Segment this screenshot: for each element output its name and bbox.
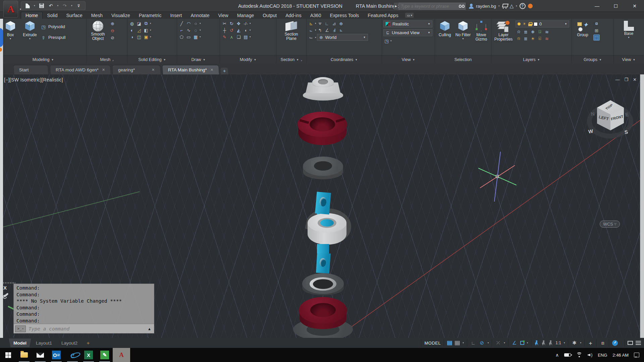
base-button[interactable]: Base▼ [620,20,638,39]
move-gizmo-button[interactable]: MoveGizmo [473,20,490,42]
ucs-zaxis-icon[interactable]: ∠ [324,27,330,33]
polar-dropdown-icon[interactable]: ▾ [488,342,489,344]
annotation-scale-icon[interactable] [548,340,553,346]
file-tab-gearing[interactable]: gearing*✕ [112,65,161,74]
solid-slice-icon[interactable]: ◪ [136,20,142,26]
layer-combo[interactable]: ☀ 0 ▼ [516,20,569,27]
clock[interactable]: 2:46 AM [612,353,629,358]
draw-spline-icon[interactable]: ∿ [185,27,192,33]
draw-polygon-icon[interactable]: ⬠ [178,34,185,40]
panel-label-coordinates[interactable]: Coordinates▼ [307,55,382,64]
file-tab-rta-main-bushing[interactable]: RTA Main Bushing*✕ [162,65,219,74]
view-appearance-icon[interactable]: ◳ [383,38,390,44]
command-prompt-icon[interactable]: >_ ▾ [15,325,26,332]
ribbon-tab-manage[interactable]: Manage [233,12,259,19]
tray-expand-icon[interactable]: ∧ [555,352,559,358]
a360-icon[interactable]: △ [510,3,514,9]
mesh-reduce-icon[interactable]: ⊖ [109,27,116,34]
mail-button[interactable] [32,348,48,362]
group-button[interactable]: ✦ Group [573,20,592,37]
panel-label-view-2[interactable]: View▼ [614,55,644,64]
graphics-performance-icon[interactable] [612,340,618,346]
ucs-previous-icon[interactable]: ∟ [324,20,330,26]
viewport-restore-icon[interactable]: ❐ [624,77,628,82]
customization-menu-icon[interactable] [636,341,641,345]
ribbon-tab-a360[interactable]: A360 [306,12,326,19]
ucs-named-icon[interactable]: ⦡ [317,20,323,26]
wifi-icon[interactable] [576,353,582,357]
draw-line-icon[interactable]: ╱ [178,20,185,26]
start-button[interactable] [0,348,16,362]
modify-align-icon[interactable]: ⋏ [228,34,235,40]
drawing-viewport[interactable]: [−][SW Isometric][Realistic] — ❐ ✕ [0,74,644,338]
ribbon-tab-annotate[interactable]: Annotate [186,12,214,19]
user-dropdown-icon[interactable]: ▾ [498,5,500,7]
extrude-button[interactable]: ↑ Extrude▼ [21,20,39,40]
undo-button[interactable]: ↶ [48,3,54,8]
ribbon-tab-solid[interactable]: Solid [43,12,62,19]
ribbon-tab-mesh[interactable]: Mesh [87,12,107,19]
ucs-3point-icon[interactable]: ⦜ [338,27,344,33]
viewport-minimize-icon[interactable]: — [615,77,620,82]
workspace-switching-icon[interactable]: ✱ [571,340,577,346]
grid-display-icon[interactable] [447,341,452,345]
new-file-button[interactable] [24,3,31,8]
panel-label-draw[interactable]: Draw▼ [177,55,220,64]
username[interactable]: rayden.bg [476,4,496,9]
tab-close-icon[interactable]: ✕ [102,68,105,72]
ucs-world-icon[interactable]: ⊕ [338,20,344,26]
ribbon-tab-visualize[interactable]: Visualize [107,12,135,19]
ucs-origin-icon[interactable]: ⌙ [308,35,314,41]
model-maroon-ring-top[interactable] [298,112,347,147]
layer-match-icon[interactable]: ≣ [523,29,529,35]
panel-label-solid-editing[interactable]: Solid Editing▼ [127,55,177,64]
layer-lock-icon[interactable]: ⍈ [537,29,543,35]
object-snap-tracking-icon[interactable]: ∠ [512,340,518,346]
ucs-x-icon[interactable]: ⨽ [308,27,314,33]
solid-separate-icon[interactable]: ◫ [136,34,142,40]
polar-tracking-icon[interactable]: ⊘ [479,340,485,346]
group-selection-toggle-icon[interactable]: ⬚ [593,35,600,41]
model-gray-washer[interactable] [303,157,343,186]
maximize-button[interactable]: ☐ [606,0,625,12]
modify-mirror-icon[interactable]: ◭ [235,27,242,33]
excel-button[interactable]: X [80,348,97,362]
a360-dropdown-icon[interactable]: ▾ [516,5,517,7]
outlook-button[interactable]: O☑ [48,348,64,362]
minimize-button[interactable]: — [588,0,606,12]
search-expand-icon[interactable]: ▶ [394,3,398,10]
modify-3dmove-icon[interactable]: ✥ [235,20,242,26]
panel-label-layers[interactable]: Layers▼ [491,55,572,64]
solid-subtract-icon[interactable]: ◐ [129,27,135,33]
ucs-undo-icon[interactable]: ↰ [317,27,323,33]
modify-erase-icon[interactable]: ✎ [221,34,228,40]
visual-style-combo[interactable]: Realistic ▼ [383,20,432,27]
panel-label-mesh[interactable]: Mesh⌟ [87,55,127,64]
ribbon-tab-parametric[interactable]: Parametric [135,12,166,19]
layer-freeze-icon[interactable]: ❄ [530,29,536,35]
viewport-controls-label[interactable]: [−][SW Isometric][Realistic] [4,77,63,82]
modify-trim-icon[interactable]: ✂ [221,20,228,26]
ortho-mode-icon[interactable]: ∟ [470,340,476,346]
action-center-icon[interactable] [634,353,639,357]
autocad-taskbar-button[interactable]: A [113,348,130,362]
ribbon-tab-surface[interactable]: Surface [62,12,87,19]
search-input[interactable] [399,4,458,9]
app-menu-button[interactable]: A▾ [3,1,18,17]
no-filter-button[interactable]: No Filter▼ [454,20,471,40]
coreldraw-button[interactable]: ✎ [97,348,113,362]
solid-interfere-icon[interactable]: ⧉ [143,20,149,26]
file-explorer-button[interactable] [16,348,32,362]
model-space-toggle[interactable]: MODEL [421,339,444,347]
tab-close-icon[interactable]: ✕ [210,68,213,72]
ucs-object-icon[interactable]: ⊿ [331,20,337,26]
language-indicator[interactable]: ENG [598,353,607,358]
draw-circle-icon[interactable]: ○ [193,20,199,26]
layout-tab-model[interactable]: Model [9,339,31,347]
file-tab-rta-mod-awd[interactable]: RTA mod AWD 6gen*✕ [50,65,111,74]
ribbon-tab-output[interactable]: Output [258,12,281,19]
workspace-dropdown-icon[interactable]: ▾ [580,342,581,344]
compass-west-label[interactable]: W [588,128,593,134]
panel-label-groups[interactable]: Groups▼ [572,55,613,64]
modify-3drotate-icon[interactable]: ↻ [228,20,235,26]
